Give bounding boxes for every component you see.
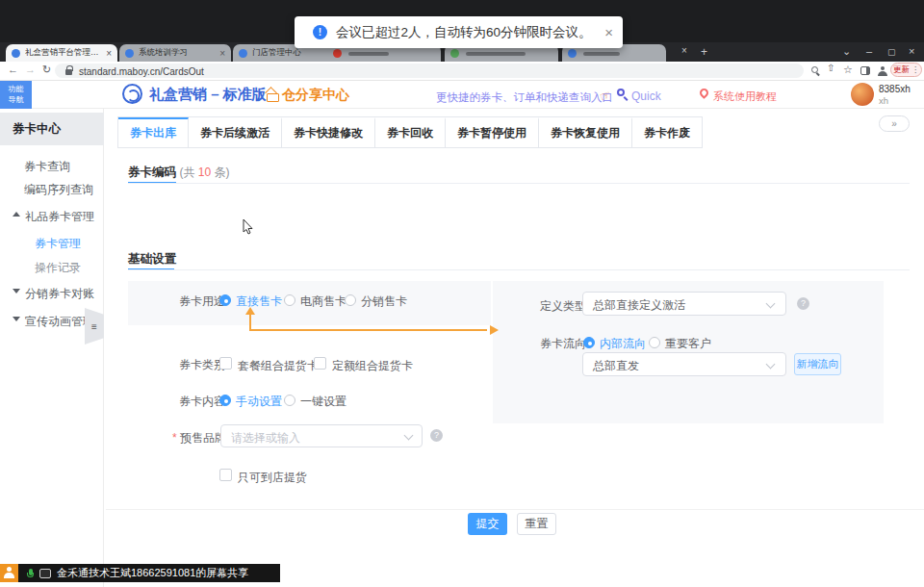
content-tabbar: 券卡出库 券卡后续激活 券卡快捷修改 券卡回收 券卡暂停使用 券卡恢复使用 券卡…: [117, 116, 703, 148]
profile-icon[interactable]: [878, 66, 887, 76]
meeting-toast: ! 会议已超过2人，自动转为60分钟限时会议。 ×: [295, 16, 623, 48]
expand-down-icon[interactable]: [13, 317, 20, 321]
tab-quick-modify[interactable]: 券卡快捷修改: [282, 117, 375, 147]
tab-later-activate[interactable]: 券卡后续激活: [189, 117, 282, 147]
define-type-label: 定义类型: [540, 298, 586, 315]
expand-down-icon[interactable]: [13, 289, 20, 294]
reload-icon[interactable]: ↻: [42, 64, 51, 76]
card-flow-select[interactable]: 总部直发: [582, 352, 786, 376]
presale-brand-select[interactable]: 请选择或输入: [220, 424, 423, 447]
lock-icon: [65, 69, 72, 75]
tab-search-icon[interactable]: ⌄: [842, 45, 851, 58]
update-label: 更新: [893, 64, 910, 76]
presale-brand-placeholder: 请选择或输入: [231, 430, 300, 447]
screen-icon: [39, 569, 51, 578]
window-close-icon[interactable]: ×: [909, 45, 914, 57]
sidebar-group-promo-animation[interactable]: 宣传动画管理: [25, 314, 94, 330]
reset-button[interactable]: 重置: [517, 513, 556, 535]
url-text[interactable]: standard.maboy.cn/CardsOut: [79, 66, 204, 77]
sidebar-item-card-query[interactable]: 券卡查询: [24, 159, 70, 175]
checkbox-store-pickup-only-label[interactable]: 只可到店提货: [238, 470, 307, 486]
add-flow-button[interactable]: 新增流向: [794, 353, 841, 375]
tab-resume[interactable]: 券卡恢复使用: [539, 117, 632, 147]
sidebar-item-card-mgmt-active[interactable]: 券卡管理: [35, 236, 81, 252]
tab-close-icon[interactable]: ×: [681, 45, 687, 56]
radio-important-customer-label[interactable]: 重要客户: [665, 336, 711, 352]
screen: 礼盒营销平台管理中心 × 系统培训学习 × 门店管理中心 × + ⌄ – ▢ ×: [0, 0, 924, 587]
radio-ecommerce-sale[interactable]: [284, 294, 295, 306]
share-bar-text: 金禾通技术王斌18662591081的屏幕共享: [57, 566, 248, 580]
obscured-tab-text: [466, 52, 526, 56]
card-flow-label: 券卡流向: [540, 336, 586, 352]
maximize-icon[interactable]: ▢: [887, 47, 896, 57]
chevron-down-icon: [404, 431, 414, 441]
browser-tab-label: 门店管理中心: [252, 47, 339, 59]
sidebar-item-operation-log[interactable]: 操作记录: [35, 260, 81, 276]
bookmark-star-icon[interactable]: ☆: [843, 64, 853, 76]
new-tab-icon[interactable]: +: [701, 45, 707, 59]
menu-icon: ≡: [91, 321, 97, 332]
tab-recycle[interactable]: 券卡回收: [375, 117, 446, 147]
checkbox-fixed-combo-label[interactable]: 定额组合提货卡: [332, 358, 413, 374]
user-avatar[interactable]: [851, 83, 874, 106]
toast-close-icon[interactable]: ×: [604, 24, 613, 40]
chrome-update-button[interactable]: 更新 ⋮: [890, 63, 922, 77]
chevron-down-icon: [766, 299, 776, 309]
usage-label: 券卡用途: [179, 294, 225, 310]
help-icon[interactable]: ?: [430, 429, 443, 442]
obscured-tab-text: [348, 52, 389, 56]
annotation-arrow-icon: [239, 306, 500, 337]
content-label: 券卡内容: [179, 394, 225, 410]
checkbox-combo-package-card[interactable]: [219, 357, 232, 370]
radio-direct-sale[interactable]: [219, 294, 231, 306]
tab-void[interactable]: 券卡作废: [632, 117, 702, 147]
count-prefix: (共: [179, 166, 197, 179]
radio-manual-setup-label[interactable]: 手动设置: [236, 394, 282, 410]
checkbox-fixed-combo-card[interactable]: [314, 357, 326, 370]
back-icon[interactable]: ←: [8, 64, 18, 75]
checkbox-store-pickup-only[interactable]: [219, 469, 232, 481]
radio-internal-flow-label[interactable]: 内部流向: [600, 336, 646, 352]
minimize-icon[interactable]: –: [866, 45, 872, 57]
collapse-up-icon[interactable]: [13, 212, 20, 217]
radio-manual-setup[interactable]: [219, 395, 231, 406]
browser-tab-active[interactable]: 礼盒营销平台管理中心 ×: [6, 44, 117, 62]
radio-one-click-setup[interactable]: [284, 395, 295, 406]
help-icon[interactable]: ?: [797, 297, 809, 310]
sidebar-group-gift-card-mgmt[interactable]: 礼品券卡管理: [25, 209, 94, 225]
tab-cards-out[interactable]: 券卡出库: [118, 117, 189, 147]
sidebar-title: 券卡中心: [0, 113, 104, 145]
radio-distribution-sale[interactable]: [345, 294, 356, 306]
chevron-down-icon: [766, 360, 776, 370]
zoom-icon[interactable]: [811, 66, 818, 73]
quick-search-icon[interactable]: [617, 89, 625, 96]
sidebar-item-code-sequence-query[interactable]: 编码序列查询: [24, 182, 93, 198]
sidebar: [0, 109, 104, 587]
tab-pause[interactable]: 券卡暂停使用: [446, 117, 539, 147]
quick-label[interactable]: Quick: [631, 89, 661, 103]
checkbox-combo-package-label[interactable]: 套餐组合提货卡: [238, 358, 319, 374]
radio-internal-flow[interactable]: [583, 337, 595, 348]
toast-message: 会议已超过2人，自动转为60分钟限时会议。: [336, 24, 592, 41]
card-flow-value: 总部直发: [593, 358, 639, 374]
forward-icon[interactable]: →: [25, 64, 36, 75]
tab-close-icon[interactable]: ×: [219, 48, 225, 59]
tab-close-icon[interactable]: ×: [106, 48, 112, 59]
tutorial-link[interactable]: 系统使用教程: [713, 89, 777, 104]
codes-title-text: 券卡编码: [128, 166, 176, 179]
more-tabs-button[interactable]: »: [879, 115, 910, 132]
submit-button[interactable]: 提交: [468, 513, 507, 535]
favicon-icon: [568, 49, 577, 58]
radio-important-customer[interactable]: [649, 337, 660, 348]
side-panel-icon[interactable]: [860, 66, 870, 75]
browser-tab-label: 礼盒营销平台管理中心: [25, 47, 102, 59]
nav-toggle-button[interactable]: 功能 导航: [0, 81, 32, 109]
app-title: 礼盒营销 – 标准版: [149, 86, 267, 104]
define-type-select[interactable]: 总部直接定义激活: [582, 292, 786, 316]
basic-divider: [128, 269, 910, 270]
browser-tab[interactable]: 系统培训学习 ×: [119, 44, 231, 62]
sidebar-group-distribution-recon[interactable]: 分销券卡对账: [25, 286, 94, 302]
radio-one-click-setup-label[interactable]: 一键设置: [300, 394, 346, 410]
share-center-link[interactable]: 仓分享中心: [282, 87, 349, 104]
share-icon[interactable]: ⇧: [827, 63, 834, 73]
